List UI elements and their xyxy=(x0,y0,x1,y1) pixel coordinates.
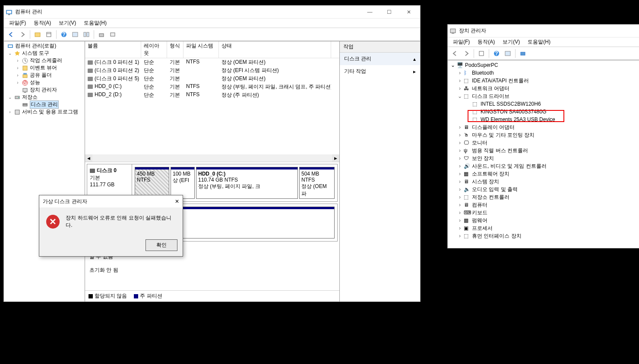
dev-mouse[interactable]: ›🖱마우스 및 기타 포인팅 장치 xyxy=(448,131,639,139)
dev-ide[interactable]: ›⬚IDE ATA/ATAPI 컨트롤러 xyxy=(448,77,639,85)
tree-storage[interactable]: ⌄저장소 xyxy=(4,94,85,101)
dm-menu-file[interactable]: 파일(F) xyxy=(449,38,473,47)
svg-point-27 xyxy=(18,97,19,98)
dev-diskdrives[interactable]: ⌄⬚디스크 드라이브 xyxy=(448,92,639,100)
col-volume[interactable]: 볼륨 xyxy=(85,41,141,58)
menu-help[interactable]: 도움말(H) xyxy=(80,19,110,28)
compmgmt-toolbar: ? xyxy=(4,28,420,41)
action-other[interactable]: 기타 작업▸ xyxy=(340,65,420,78)
expand-icon: ▸ xyxy=(413,69,416,75)
dev-sound[interactable]: ›🔊사운드, 비디오 및 게임 컨트롤러 xyxy=(448,162,639,170)
dialog-message: 장치 하드웨어 오류로 인해 요청이 실패했습니다. xyxy=(66,214,176,229)
toolbar-btn-4[interactable] xyxy=(70,30,80,39)
dev-security[interactable]: ›🛡보안 장치 xyxy=(448,154,639,162)
toolbar-btn-7[interactable] xyxy=(108,30,117,39)
col-status[interactable]: 상태 xyxy=(219,41,331,58)
dev-audio[interactable]: ›🔈오디오 입력 및 출력 xyxy=(448,185,639,193)
tree-eventvw[interactable]: ›이벤트 뷰어 xyxy=(4,64,85,72)
tree-devmgr[interactable]: 장치 관리자 xyxy=(4,86,85,94)
toolbar-btn-1[interactable] xyxy=(33,30,42,39)
dm-scan-button[interactable] xyxy=(518,49,528,58)
vol-row[interactable]: (디스크 0 파티션 1)단순기본NTFS정상 (OEM 파티션) xyxy=(85,58,339,66)
svg-text:⊘: ⊘ xyxy=(23,80,27,85)
tree-perf[interactable]: ›⊘성능 xyxy=(4,79,85,86)
tree-systools[interactable]: ⌄시스템 도구 xyxy=(4,50,85,57)
dev-netadapter[interactable]: ›🖧네트워크 어댑터 xyxy=(448,85,639,92)
dm-toolbar-btn[interactable] xyxy=(477,49,486,58)
dialog-close-button[interactable]: ✕ xyxy=(175,198,179,204)
dm-back-button[interactable] xyxy=(450,49,460,58)
dev-dd1[interactable]: ⬚INTEL SSDSC2BW120H6 xyxy=(448,100,639,108)
dev-firmware[interactable]: ›▦펌웨어 xyxy=(448,217,639,224)
dev-monitor[interactable]: ›🖵모니터 xyxy=(448,139,639,147)
compmgmt-titlebar[interactable]: 컴퓨터 관리 — ☐ ✕ xyxy=(4,6,420,19)
col-layout[interactable]: 레이아웃 xyxy=(141,41,167,58)
dm-menu-action[interactable]: 동작(A) xyxy=(474,38,498,47)
action-diskmgmt[interactable]: 디스크 관리▴ xyxy=(340,53,420,65)
svg-rect-33 xyxy=(479,51,484,56)
dev-sysdev[interactable]: ›🖥시스템 장치 xyxy=(448,178,639,185)
forward-button[interactable] xyxy=(18,30,27,39)
menu-file[interactable]: 파일(F) xyxy=(6,19,29,28)
vol-row[interactable]: HDD_0 (C:)단순기본NTFS정상 (부팅, 페이지 파일, 크래시 덤프… xyxy=(85,83,339,91)
dev-hid[interactable]: ›⬚휴먼 인터페이스 장치 xyxy=(448,232,639,240)
hscrollbar[interactable]: ◀▶ xyxy=(85,154,339,162)
minimize-button[interactable]: — xyxy=(360,6,380,18)
toolbar-btn-6[interactable] xyxy=(97,30,106,39)
dm-forward-button[interactable] xyxy=(462,49,471,58)
partition[interactable]: 504 MB NTFS정상 (OEM 파 xyxy=(299,167,335,199)
tree-tasksch[interactable]: ›작업 스케줄러 xyxy=(4,57,85,64)
dialog-titlebar[interactable]: 가상 디스크 관리자 ✕ xyxy=(39,195,183,207)
dev-processor[interactable]: ›▣프로세서 xyxy=(448,224,639,232)
svg-rect-31 xyxy=(450,29,456,33)
dev-computer[interactable]: ›🖥컴퓨터 xyxy=(448,201,639,209)
vol-row[interactable]: (디스크 0 파티션 5)단순기본정상 (OEM 파티션) xyxy=(85,75,339,83)
nav-tree[interactable]: 컴퓨터 관리(로컬) ⌄시스템 도구 ›작업 스케줄러 ›이벤트 뷰어 ›공유 … xyxy=(4,41,85,301)
devmgr-titlebar[interactable]: 장치 관리자 xyxy=(448,25,639,38)
compmgmt-window: 컴퓨터 관리 — ☐ ✕ 파일(F) 동작(A) 보기(V) 도움말(H) ? … xyxy=(3,5,421,302)
svg-rect-32 xyxy=(452,33,454,34)
vol-row[interactable]: HDD_2 (D:)단순기본NTFS정상 (주 파티션) xyxy=(85,91,339,99)
dev-keyboard[interactable]: ›⌨키보드 xyxy=(448,209,639,217)
volume-list[interactable]: 볼륨 레이아웃 형식 파일 시스템 상태 (디스크 0 파티션 1)단순기본NT… xyxy=(85,41,339,162)
menu-action[interactable]: 동작(A) xyxy=(30,19,54,28)
vol-row[interactable]: (디스크 0 파티션 2)단순기본정상 (EFI 시스템 파티션) xyxy=(85,66,339,75)
dm-toolbar-btn2[interactable] xyxy=(503,49,512,58)
partition[interactable]: 450 MB NTFS xyxy=(135,167,169,199)
toolbar-btn-5[interactable] xyxy=(82,30,91,39)
svg-rect-9 xyxy=(84,32,86,37)
dev-usb[interactable]: ›ψ범용 직렬 버스 컨트롤러 xyxy=(448,147,639,154)
tree-root[interactable]: 컴퓨터 관리(로컬) xyxy=(4,42,85,50)
dm-menu-help[interactable]: 도움말(H) xyxy=(524,38,554,47)
svg-rect-12 xyxy=(111,33,115,36)
device-tree[interactable]: ⌄🖥️PodoSuperPC ›ᛒBluetooth ›⬚IDE ATA/ATA… xyxy=(448,60,639,248)
tree-services[interactable]: ›서비스 및 응용 프로그램 xyxy=(4,108,85,116)
dev-bluetooth[interactable]: ›ᛒBluetooth xyxy=(448,69,639,77)
compmgmt-menubar: 파일(F) 동작(A) 보기(V) 도움말(H) xyxy=(4,19,420,28)
maximize-button[interactable]: ☐ xyxy=(380,6,399,18)
toolbar-btn-2[interactable] xyxy=(44,30,54,39)
col-fs[interactable]: 파일 시스템 xyxy=(183,41,219,58)
tree-shared[interactable]: ›공유 폴더 xyxy=(4,72,85,79)
tree-diskmgmt[interactable]: 디스크 관리 xyxy=(4,101,85,108)
compmgmt-title: 컴퓨터 관리 xyxy=(15,8,360,16)
partition-c[interactable]: HDD_0 (C:)110.74 GB NTFS정상 (부팅, 페이지 파일, … xyxy=(196,167,298,199)
dm-help-button[interactable]: ? xyxy=(492,49,501,58)
menu-view[interactable]: 보기(V) xyxy=(55,19,79,28)
partition[interactable]: 100 MB상 (EFI xyxy=(171,167,195,199)
ok-button[interactable]: 확인 xyxy=(146,239,177,251)
close-button[interactable]: ✕ xyxy=(399,6,418,18)
help-button[interactable]: ? xyxy=(59,30,69,39)
svg-rect-8 xyxy=(73,32,78,37)
svg-rect-1 xyxy=(7,11,11,13)
devmgr-window: 장치 관리자 파일(F) 동작(A) 보기(V) 도움말(H) ? ⌄🖥️Pod… xyxy=(447,24,639,248)
dm-menu-view[interactable]: 보기(V) xyxy=(499,38,523,47)
dev-soft[interactable]: ›▦소프트웨어 장치 xyxy=(448,170,639,178)
back-button[interactable] xyxy=(6,30,16,39)
svg-rect-14 xyxy=(9,45,12,47)
center-pane: 볼륨 레이아웃 형식 파일 시스템 상태 (디스크 0 파티션 1)단순기본NT… xyxy=(85,41,340,301)
dev-storage[interactable]: ›⬚저장소 컨트롤러 xyxy=(448,193,639,201)
col-type[interactable]: 형식 xyxy=(167,41,183,58)
dev-root[interactable]: ⌄🖥️PodoSuperPC xyxy=(448,61,639,69)
dev-display[interactable]: ›🖥디스플레이 어댑터 xyxy=(448,123,639,131)
